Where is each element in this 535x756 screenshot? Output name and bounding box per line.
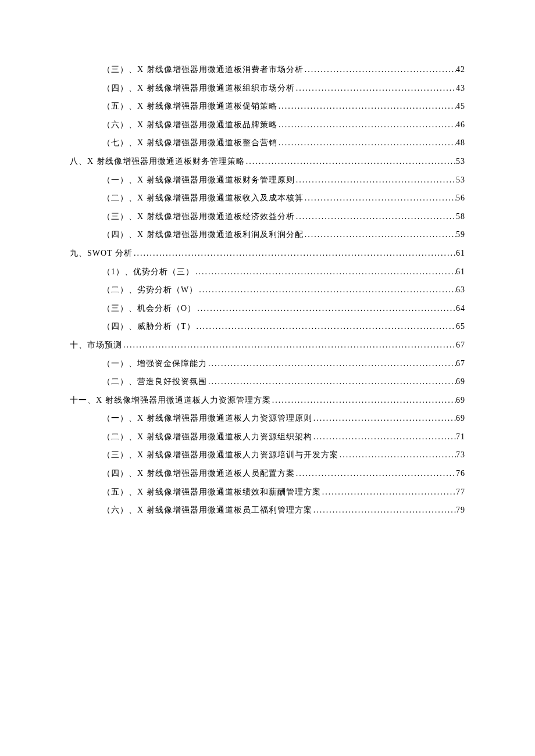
- toc-entry-page: 67: [456, 339, 465, 351]
- toc-entry-title: （三）、X 射线像增强器用微通道板消费者市场分析: [102, 64, 304, 76]
- toc-leader-dots: [207, 358, 456, 370]
- toc-leader-dots: [271, 395, 456, 406]
- toc-entry: （一）、增强资金保障能力67: [70, 358, 465, 370]
- toc-leader-dots: [312, 504, 456, 516]
- toc-entry: 九、SWOT 分析61: [70, 248, 465, 259]
- toc-leader-dots: [295, 468, 456, 479]
- toc-entry-title: 九、SWOT 分析: [70, 248, 133, 259]
- toc-entry-title: （一）、X 射线像增强器用微通道板人力资源管理原则: [102, 413, 312, 424]
- toc-entry-title: （四）、X 射线像增强器用微通道板组织市场分析: [102, 83, 295, 94]
- toc-entry-page: 59: [456, 229, 465, 241]
- toc-leader-dots: [194, 266, 456, 278]
- toc-entry: 十一、X 射线像增强器用微通道板人力资源管理方案69: [70, 395, 465, 406]
- toc-leader-dots: [245, 156, 456, 167]
- toc-leader-dots: [295, 174, 456, 186]
- toc-entry-title: （四）、X 射线像增强器用微通道板人员配置方案: [102, 468, 295, 479]
- toc-entry: （三）、机会分析（O）64: [70, 303, 465, 314]
- toc-entry-title: （一）、增强资金保障能力: [102, 358, 207, 370]
- toc-entry-page: 42: [456, 64, 465, 76]
- toc-entry-title: （五）、X 射线像增强器用微通道板绩效和薪酬管理方案: [102, 486, 321, 498]
- toc-entry-page: 76: [456, 468, 465, 479]
- toc-entry-page: 69: [456, 413, 465, 424]
- toc-entry-title: （三）、X 射线像增强器用微通道板经济效益分析: [102, 211, 295, 223]
- toc-leader-dots: [295, 83, 456, 94]
- toc-entry: （三）、X 射线像增强器用微通道板消费者市场分析42: [70, 64, 465, 76]
- toc-entry-page: 48: [456, 137, 465, 149]
- toc-entry-page: 69: [456, 395, 465, 406]
- toc-entry-title: （五）、X 射线像增强器用微通道板促销策略: [102, 101, 277, 112]
- toc-leader-dots: [277, 119, 456, 131]
- toc-page: （三）、X 射线像增强器用微通道板消费者市场分析42（四）、X 射线像增强器用微…: [0, 0, 535, 516]
- toc-entry: （六）、X 射线像增强器用微通道板品牌策略46: [70, 119, 465, 131]
- toc-leader-dots: [122, 339, 456, 351]
- toc-entry: （二）、劣势分析（W）63: [70, 284, 465, 296]
- toc-leader-dots: [277, 137, 456, 149]
- toc-entry-page: 79: [456, 504, 465, 516]
- toc-entry: （二）、营造良好投资氛围69: [70, 376, 465, 388]
- toc-entry-title: （三）、X 射线像增强器用微通道板人力资源培训与开发方案: [102, 449, 338, 461]
- toc-entry-title: 十一、X 射线像增强器用微通道板人力资源管理方案: [70, 395, 271, 406]
- toc-entry-page: 45: [456, 101, 465, 112]
- toc-leader-dots: [295, 211, 456, 223]
- toc-leader-dots: [321, 486, 456, 498]
- toc-entry: （三）、X 射线像增强器用微通道板经济效益分析58: [70, 211, 465, 223]
- toc-leader-dots: [312, 413, 456, 424]
- toc-entry-page: 67: [456, 358, 465, 370]
- toc-entry-page: 63: [456, 284, 465, 296]
- toc-entry-title: （七）、X 射线像增强器用微通道板整合营销: [102, 137, 277, 149]
- toc-entry-page: 77: [456, 486, 465, 498]
- toc-entry: （四）、威胁分析（T）65: [70, 321, 465, 332]
- toc-entry-title: （六）、X 射线像增强器用微通道板员工福利管理方案: [102, 504, 312, 516]
- toc-entry-title: （二）、劣势分析（W）: [102, 284, 198, 296]
- toc-entry: （1）、优势分析（三）61: [70, 266, 465, 278]
- toc-entry: （四）、X 射线像增强器用微通道板人员配置方案76: [70, 468, 465, 479]
- toc-entry: （七）、X 射线像增强器用微通道板整合营销48: [70, 137, 465, 149]
- toc-entry-page: 43: [456, 83, 465, 94]
- toc-entry: （一）、X 射线像增强器用微通道板人力资源管理原则69: [70, 413, 465, 424]
- toc-entry-page: 61: [456, 248, 465, 259]
- toc-list: （三）、X 射线像增强器用微通道板消费者市场分析42（四）、X 射线像增强器用微…: [70, 64, 465, 516]
- toc-entry-page: 53: [456, 156, 465, 167]
- toc-leader-dots: [312, 431, 456, 443]
- toc-entry-page: 58: [456, 211, 465, 223]
- toc-entry: （四）、X 射线像增强器用微通道板利润及利润分配59: [70, 229, 465, 241]
- toc-leader-dots: [196, 303, 456, 314]
- toc-leader-dots: [304, 229, 456, 241]
- toc-entry-page: 71: [456, 431, 465, 443]
- toc-leader-dots: [207, 376, 456, 388]
- toc-leader-dots: [304, 64, 456, 76]
- toc-entry: （六）、X 射线像增强器用微通道板员工福利管理方案79: [70, 504, 465, 516]
- toc-entry-title: 十、市场预测: [70, 339, 122, 351]
- toc-entry-page: 69: [456, 376, 465, 388]
- toc-entry-title: （四）、X 射线像增强器用微通道板利润及利润分配: [102, 229, 304, 241]
- toc-entry-page: 46: [456, 119, 465, 131]
- toc-entry: （三）、X 射线像增强器用微通道板人力资源培训与开发方案73: [70, 449, 465, 461]
- toc-entry-title: 八、X 射线像增强器用微通道板财务管理策略: [70, 156, 245, 167]
- toc-leader-dots: [338, 449, 456, 461]
- toc-entry-page: 53: [456, 174, 465, 186]
- toc-entry: （二）、X 射线像增强器用微通道板收入及成本核算56: [70, 192, 465, 204]
- toc-entry-page: 56: [456, 192, 465, 204]
- toc-leader-dots: [277, 101, 456, 112]
- toc-entry-title: （二）、X 射线像增强器用微通道板收入及成本核算: [102, 192, 304, 204]
- toc-entry-page: 64: [456, 303, 465, 314]
- toc-leader-dots: [198, 284, 456, 296]
- toc-leader-dots: [133, 248, 456, 259]
- toc-entry: 十、市场预测67: [70, 339, 465, 351]
- toc-entry: （五）、X 射线像增强器用微通道板促销策略45: [70, 101, 465, 112]
- toc-entry: （四）、X 射线像增强器用微通道板组织市场分析43: [70, 83, 465, 94]
- toc-entry-title: （一）、X 射线像增强器用微通道板财务管理原则: [102, 174, 295, 186]
- toc-entry: （二）、X 射线像增强器用微通道板人力资源组织架构71: [70, 431, 465, 443]
- toc-leader-dots: [304, 192, 456, 204]
- toc-entry-title: （四）、威胁分析（T）: [102, 321, 195, 332]
- toc-entry-page: 61: [456, 266, 465, 278]
- toc-entry: （一）、X 射线像增强器用微通道板财务管理原则53: [70, 174, 465, 186]
- toc-entry: （五）、X 射线像增强器用微通道板绩效和薪酬管理方案77: [70, 486, 465, 498]
- toc-entry-title: （二）、X 射线像增强器用微通道板人力资源组织架构: [102, 431, 312, 443]
- toc-entry-title: （二）、营造良好投资氛围: [102, 376, 207, 388]
- toc-leader-dots: [195, 321, 456, 332]
- toc-entry-page: 73: [456, 449, 465, 461]
- toc-entry-page: 65: [456, 321, 465, 332]
- toc-entry-title: （六）、X 射线像增强器用微通道板品牌策略: [102, 119, 277, 131]
- toc-entry: 八、X 射线像增强器用微通道板财务管理策略53: [70, 156, 465, 167]
